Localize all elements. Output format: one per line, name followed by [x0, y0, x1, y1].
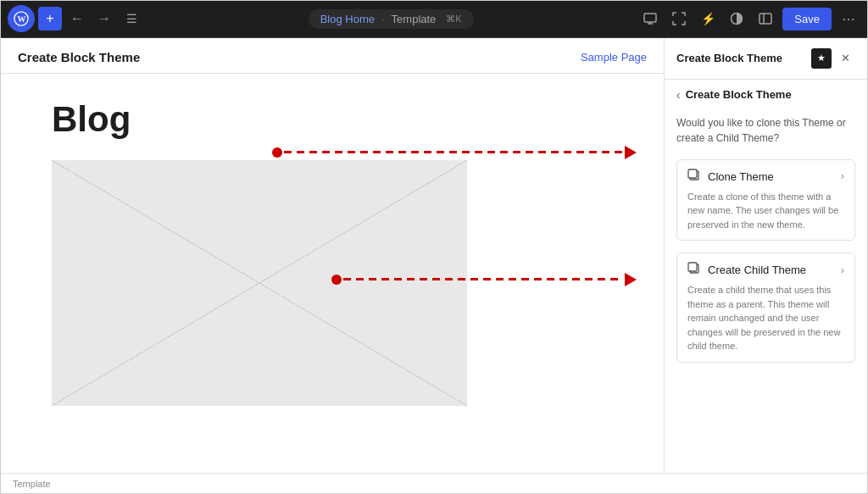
panel-header-title: Create Block Theme: [676, 52, 782, 64]
panel-header: Create Block Theme ★ ✕: [665, 38, 867, 80]
canvas-area: Create Block Theme Sample Page Blog: [1, 38, 664, 473]
arrow-annotation-2: [331, 273, 637, 286]
panel-nav-label: Create Block Theme: [686, 88, 792, 101]
more-options-button[interactable]: ⋯: [837, 7, 860, 31]
toolbar-center: Blog Home · Template ⌘K: [147, 9, 635, 29]
svg-rect-2: [644, 14, 656, 22]
child-theme-desc: Create a child theme that uses this them…: [687, 283, 844, 353]
close-panel-button[interactable]: ✕: [835, 48, 855, 69]
panel-back-button[interactable]: ‹: [676, 88, 681, 102]
clone-theme-icon: [687, 169, 701, 185]
main-layout: Create Block Theme Sample Page Blog: [1, 38, 867, 473]
blog-heading: Blog: [52, 99, 613, 140]
redo-button[interactable]: →: [92, 7, 116, 31]
breadcrumb-subtitle: Template: [392, 13, 437, 25]
child-theme-option[interactable]: Create Child Theme › Create a child them…: [676, 253, 855, 363]
canvas-header: Create Block Theme Sample Page: [1, 38, 664, 74]
panel-nav: ‹ Create Block Theme: [665, 80, 867, 107]
status-text: Template: [13, 479, 51, 489]
breadcrumb-shortcut: ⌘K: [446, 14, 461, 25]
arrow-annotation-1: [272, 146, 637, 159]
bookmark-button[interactable]: ★: [811, 48, 832, 69]
fullscreen-icon[interactable]: [667, 7, 691, 31]
arrow-dot-1: [272, 147, 282, 158]
wp-logo[interactable]: W: [8, 5, 35, 32]
toolbar-right: ⚡ Save ⋯: [638, 7, 860, 31]
lightning-icon[interactable]: ⚡: [696, 7, 720, 31]
breadcrumb[interactable]: Blog Home · Template ⌘K: [309, 9, 474, 29]
child-theme-header: Create Child Theme ›: [687, 262, 844, 278]
arrowhead-1: [625, 146, 637, 159]
arrow-dot-2: [331, 275, 342, 285]
toolbar-left: W + ← → ☰: [8, 5, 143, 32]
clone-theme-header: Clone Theme ›: [687, 169, 844, 185]
panel-body: Would you like to clone this Theme or cr…: [665, 107, 867, 473]
svg-text:W: W: [18, 14, 26, 24]
child-theme-icon: [687, 262, 701, 278]
child-theme-left: Create Child Theme: [687, 262, 806, 278]
arrowhead-2: [625, 273, 637, 286]
status-bar: Template: [1, 473, 867, 493]
panel-header-actions: ★ ✕: [811, 48, 855, 69]
save-button[interactable]: Save: [782, 8, 832, 31]
undo-button[interactable]: ←: [65, 7, 89, 31]
breadcrumb-title: Blog Home: [320, 13, 375, 25]
clone-theme-desc: Create a clone of this theme with a new …: [687, 190, 844, 232]
sidebar-icon[interactable]: [754, 7, 777, 31]
clone-theme-label: Clone Theme: [708, 170, 774, 183]
canvas-title: Create Block Theme: [18, 50, 140, 64]
child-theme-chevron: ›: [841, 264, 844, 276]
clone-theme-left: Clone Theme: [687, 169, 774, 185]
desktop-icon[interactable]: [638, 7, 662, 31]
clone-theme-option[interactable]: Clone Theme › Create a clone of this the…: [676, 159, 855, 241]
dashed-line-2: [343, 278, 623, 280]
canvas-content: Blog: [1, 74, 664, 473]
right-panel: Create Block Theme ★ ✕ ‹ Create Block Th…: [664, 38, 867, 473]
app-window: W + ← → ☰ Blog Home · Template ⌘K ⚡: [0, 0, 868, 494]
toolbar: W + ← → ☰ Blog Home · Template ⌘K ⚡: [1, 1, 867, 38]
svg-rect-9: [688, 169, 697, 178]
clone-theme-chevron: ›: [841, 170, 844, 182]
svg-rect-11: [688, 263, 697, 271]
sample-page-link[interactable]: Sample Page: [581, 51, 647, 64]
contrast-icon[interactable]: [725, 7, 748, 31]
add-button[interactable]: +: [38, 7, 62, 31]
menu-button[interactable]: ☰: [120, 7, 143, 31]
breadcrumb-separator: ·: [381, 13, 385, 25]
panel-description: Would you like to clone this Theme or cr…: [676, 115, 855, 146]
child-theme-label: Create Child Theme: [708, 264, 806, 276]
svg-rect-6: [760, 14, 771, 24]
dashed-line-1: [284, 151, 623, 153]
